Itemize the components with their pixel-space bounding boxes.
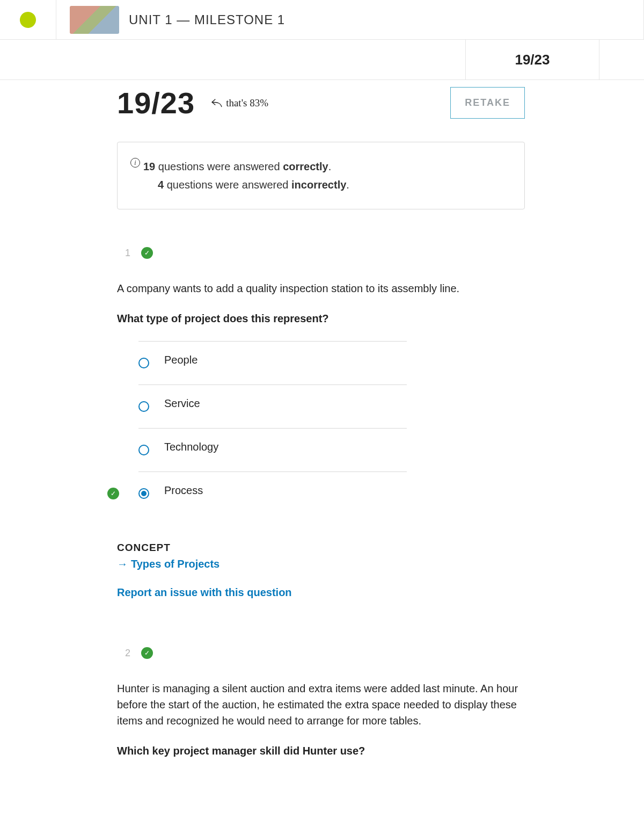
logo-cell: [0, 0, 56, 39]
question-prompt: Which key project manager skill did Hunt…: [117, 745, 525, 757]
question-number: 1: [125, 248, 130, 259]
report-issue-link[interactable]: Report an issue with this question: [117, 586, 525, 599]
option-process[interactable]: ✓ Process: [138, 472, 407, 515]
course-thumbnail-icon: [70, 6, 119, 34]
option-technology[interactable]: Technology: [138, 428, 407, 472]
info-text: questions were answered: [164, 179, 291, 191]
option-label: Technology: [164, 441, 218, 453]
concept-heading: CONCEPT: [117, 542, 525, 554]
question-2: 2 ✓ Hunter is managing a silent auction …: [117, 647, 525, 757]
info-text: questions were answered: [155, 161, 283, 172]
reply-arrow-icon: [211, 98, 223, 108]
info-line-correct: 19 questions were answered correctly.: [143, 157, 508, 176]
score-large: 19/23: [117, 85, 195, 120]
main-content: 19/23 that's 83% RETAKE i 19 questions w…: [117, 80, 525, 757]
retake-button[interactable]: RETAKE: [450, 87, 525, 119]
option-label: Process: [164, 484, 203, 497]
radio-icon: [138, 445, 149, 455]
question-prompt: What type of project does this represent…: [117, 313, 525, 325]
option-service[interactable]: Service: [138, 385, 407, 428]
header: UNIT 1 — MILESTONE 1: [0, 0, 644, 40]
question-text: A company wants to add a quality inspect…: [117, 280, 525, 296]
question-text: Hunter is managing a silent auction and …: [117, 680, 525, 729]
radio-icon: [138, 358, 149, 368]
info-bold: correctly: [283, 161, 328, 172]
unit-title: UNIT 1 — MILESTONE 1: [129, 12, 285, 27]
correct-count: 19: [143, 161, 155, 172]
radio-icon: [138, 401, 149, 412]
score-row: 19/23 that's 83% RETAKE: [117, 85, 525, 120]
option-people[interactable]: People: [138, 341, 407, 385]
score-badge: 19/23: [465, 40, 599, 80]
option-label: People: [164, 354, 197, 366]
check-icon: ✓: [141, 647, 153, 659]
correct-check-icon: ✓: [107, 488, 119, 499]
option-label: Service: [164, 397, 200, 410]
options-list: People Service Technology ✓ Process: [138, 341, 407, 515]
check-icon: ✓: [141, 247, 153, 259]
concept-link[interactable]: → Types of Projects: [117, 558, 219, 570]
thats-text: that's 83%: [226, 97, 268, 109]
info-box: i 19 questions were answered correctly. …: [117, 142, 525, 209]
question-number: 2: [125, 648, 130, 659]
arrow-right-icon: →: [117, 558, 128, 570]
score-percent: that's 83%: [211, 97, 268, 109]
info-icon: i: [130, 158, 140, 168]
info-bold: incorrectly: [291, 179, 346, 191]
radio-selected-icon: [138, 488, 149, 499]
incorrect-count: 4: [158, 179, 164, 191]
info-line-incorrect: 4 questions were answered incorrectly.: [143, 176, 508, 194]
title-cell: UNIT 1 — MILESTONE 1: [56, 0, 644, 39]
question-header: 1 ✓: [117, 247, 525, 259]
concept-link-text: Types of Projects: [131, 558, 219, 570]
question-header: 2 ✓: [117, 647, 525, 659]
question-1: 1 ✓ A company wants to add a quality ins…: [117, 247, 525, 599]
sophia-logo-icon[interactable]: [18, 10, 38, 30]
